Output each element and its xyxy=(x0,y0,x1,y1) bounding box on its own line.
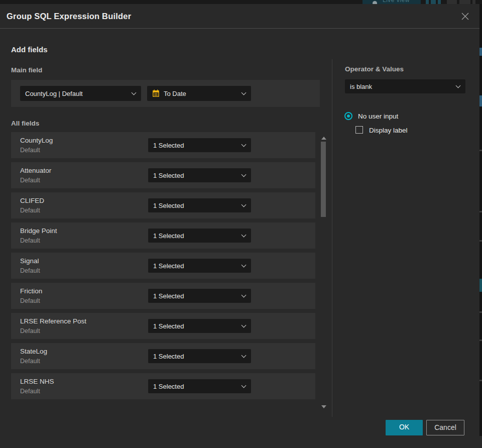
chevron-down-icon xyxy=(242,233,247,238)
selected-count: 1 Selected xyxy=(153,383,184,390)
field-name: CountyLog xyxy=(20,137,53,144)
field-selected-dropdown[interactable]: 1 Selected xyxy=(148,289,251,303)
field-row: LRSE Reference Post Default 1 Selected xyxy=(11,313,315,339)
screen: Live view Group SQL Expression Builder A… xyxy=(0,0,482,448)
display-label-label: Display label xyxy=(369,127,408,134)
chevron-down-icon xyxy=(242,323,247,328)
date-type-select[interactable]: To Date xyxy=(147,86,251,101)
chevron-down-icon xyxy=(242,202,247,207)
selected-count: 1 Selected xyxy=(153,262,184,270)
field-row: Bridge Point Default 1 Selected xyxy=(11,222,315,249)
field-subtitle: Default xyxy=(20,177,40,184)
chevron-down-icon xyxy=(242,90,247,95)
no-user-input-radio[interactable] xyxy=(344,112,352,120)
chevron-down-icon xyxy=(242,172,247,177)
field-subtitle: Default xyxy=(20,237,40,244)
dialog-titlebar: Group SQL Expression Builder xyxy=(0,4,479,29)
field-name: CLIFED xyxy=(20,197,44,204)
chevron-down-icon xyxy=(132,90,137,95)
background-sliver-mark xyxy=(479,150,482,151)
date-type-select-value: To Date xyxy=(164,90,186,97)
background-app-strip: Live view xyxy=(0,0,482,4)
background-sliver xyxy=(479,4,482,436)
field-row: CLIFED Default 1 Selected xyxy=(11,192,315,218)
background-sliver-block xyxy=(479,95,482,106)
chevron-down-icon xyxy=(456,83,461,88)
operator-select-value: is blank xyxy=(350,83,372,90)
field-selected-dropdown[interactable]: 1 Selected xyxy=(148,349,251,363)
chevron-down-icon xyxy=(242,383,247,388)
background-sliver-block xyxy=(479,436,482,448)
field-selected-dropdown[interactable]: 1 Selected xyxy=(148,198,251,212)
field-subtitle: Default xyxy=(20,358,40,365)
display-label-checkbox[interactable] xyxy=(355,126,363,134)
field-selected-dropdown[interactable]: 1 Selected xyxy=(148,319,251,333)
selected-count: 1 Selected xyxy=(153,292,184,300)
group-sql-expression-builder-dialog: Group SQL Expression Builder Add fields … xyxy=(0,4,479,448)
operator-select[interactable]: is blank xyxy=(345,79,465,93)
add-fields-heading: Add fields xyxy=(11,45,48,54)
field-name: Friction xyxy=(20,287,42,295)
no-user-input-label: No user input xyxy=(358,113,398,120)
field-name: Signal xyxy=(20,257,39,265)
field-name: LRSE Reference Post xyxy=(20,317,86,325)
background-toolbar-block xyxy=(431,0,436,4)
main-field-label: Main field xyxy=(11,66,42,74)
selected-count: 1 Selected xyxy=(153,232,184,240)
field-subtitle: Default xyxy=(20,147,40,154)
panel-divider xyxy=(332,59,332,417)
scrollbar-down-arrow[interactable] xyxy=(321,405,326,408)
field-selected-dropdown[interactable]: 1 Selected xyxy=(148,259,251,273)
field-name: LRSE NHS xyxy=(20,378,54,385)
background-sliver-block xyxy=(479,48,482,56)
all-fields-label: All fields xyxy=(11,120,39,127)
chevron-down-icon xyxy=(242,142,247,147)
main-field-select-value: CountyLog | Default xyxy=(25,90,83,97)
chevron-down-icon xyxy=(242,293,247,298)
calendar-icon xyxy=(152,89,160,99)
field-selected-dropdown[interactable]: 1 Selected xyxy=(148,138,251,152)
field-row: CountyLog Default 1 Selected xyxy=(11,132,315,158)
ok-button[interactable]: OK xyxy=(386,420,423,435)
chevron-down-icon xyxy=(242,263,247,268)
field-name: Attenuator xyxy=(20,167,51,174)
background-toolbar-block xyxy=(438,0,441,4)
cancel-button[interactable]: Cancel xyxy=(426,420,464,435)
field-subtitle: Default xyxy=(20,207,40,214)
field-selected-dropdown[interactable]: 1 Selected xyxy=(148,229,251,243)
chevron-down-icon xyxy=(242,353,247,358)
background-sliver-mark xyxy=(479,240,482,242)
field-subtitle: Default xyxy=(20,327,40,334)
live-view-button[interactable]: Live view xyxy=(363,0,421,4)
field-name: Bridge Point xyxy=(20,227,57,235)
main-field-select[interactable]: CountyLog | Default xyxy=(20,86,141,101)
dialog-title: Group SQL Expression Builder xyxy=(7,4,131,29)
selected-count: 1 Selected xyxy=(153,202,184,209)
selected-count: 1 Selected xyxy=(153,322,184,330)
background-toolbar-block xyxy=(459,0,470,4)
background-sliver-mark xyxy=(479,311,482,313)
live-view-label: Live view xyxy=(383,0,410,4)
selected-count: 1 Selected xyxy=(153,172,184,179)
scrollbar-thumb[interactable] xyxy=(321,142,326,217)
main-field-panel: CountyLog | Default To Date xyxy=(11,80,320,107)
selected-count: 1 Selected xyxy=(153,353,184,360)
field-name: StateLog xyxy=(20,348,47,355)
field-row: Attenuator Default 1 Selected xyxy=(11,162,315,188)
field-selected-dropdown[interactable]: 1 Selected xyxy=(148,379,251,393)
field-subtitle: Default xyxy=(20,267,40,274)
field-row: Signal Default 1 Selected xyxy=(11,253,315,279)
scrollbar-up-arrow[interactable] xyxy=(321,137,326,140)
background-toolbar-block xyxy=(472,0,475,4)
background-toolbar-block xyxy=(426,0,429,4)
background-sliver-block xyxy=(479,279,482,292)
selected-count: 1 Selected xyxy=(153,142,184,149)
field-row: LRSE NHS Default 1 Selected xyxy=(11,373,315,399)
background-sliver-mark xyxy=(479,340,482,341)
background-sliver-mark xyxy=(479,211,482,212)
field-row: Friction Default 1 Selected xyxy=(11,283,315,309)
field-selected-dropdown[interactable]: 1 Selected xyxy=(148,168,251,182)
field-subtitle: Default xyxy=(20,388,40,395)
background-sliver-mark xyxy=(479,380,482,381)
close-icon[interactable] xyxy=(461,12,469,21)
